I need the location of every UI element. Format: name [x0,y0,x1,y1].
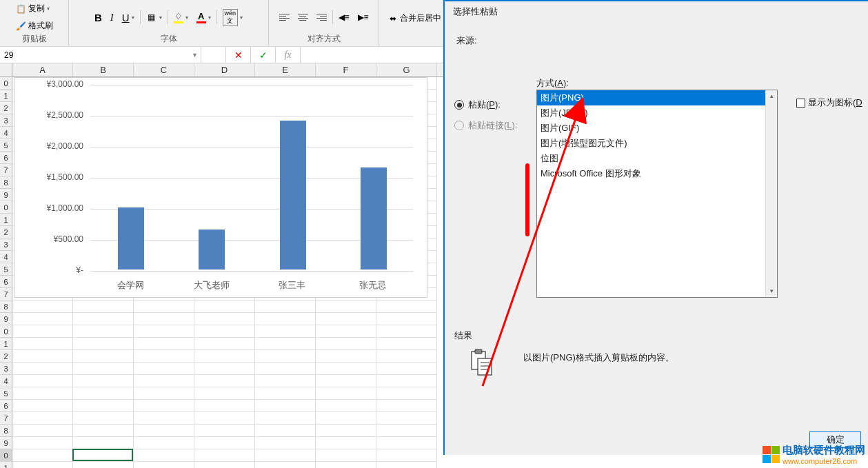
cell[interactable] [255,301,316,313]
column-header[interactable]: C [134,63,194,77]
chart-bar[interactable] [118,207,144,269]
cell[interactable] [376,462,437,468]
cell[interactable] [194,400,255,412]
listbox-option[interactable]: 图片(GIF) [537,121,777,136]
row-header[interactable]: 2 [0,226,12,238]
cell[interactable] [134,449,194,462]
listbox-option[interactable]: 位图 [537,151,777,166]
row-header[interactable]: 2 [0,350,12,363]
cell[interactable] [316,462,376,468]
cell[interactable] [255,400,316,412]
row-header[interactable]: 7 [0,164,12,176]
align-right-button[interactable] [314,12,330,23]
cell[interactable] [376,350,437,363]
row-header[interactable]: 2 [0,102,12,114]
cell[interactable] [376,375,437,387]
merge-center-button[interactable]: ⬌ 合并后居中 [385,11,444,26]
format-painter-button[interactable]: 🖌️ 格式刷 [13,19,56,33]
cell[interactable] [316,363,376,375]
cell[interactable] [134,350,194,363]
cell[interactable] [194,301,255,313]
italic-button[interactable]: I [108,10,117,25]
cell[interactable] [12,449,73,462]
row-header[interactable]: 8 [0,425,12,437]
cell[interactable] [73,400,134,412]
cell[interactable] [376,449,437,462]
row-header[interactable]: 1 [0,90,12,102]
row-header[interactable]: 1 [0,214,12,226]
column-header[interactable]: F [316,63,376,77]
cell[interactable] [12,437,73,449]
cell[interactable] [376,325,437,338]
row-header[interactable]: 9 [0,313,12,325]
listbox-option[interactable]: Microsoft Office 图形对象 [537,166,777,181]
cell[interactable] [255,375,316,387]
format-listbox[interactable]: 图片(PNG)图片(JPEG)图片(GIF)图片(增强型图元文件)位图Micro… [536,90,778,298]
cell[interactable] [255,350,316,363]
name-box[interactable]: 29 ▼ [0,47,201,63]
row-header[interactable]: 9 [0,189,12,201]
chart-bar[interactable] [199,230,225,270]
cell[interactable] [376,363,437,375]
row-header[interactable]: 0 [0,201,12,214]
underline-button[interactable]: U▾ [119,10,137,25]
paste-radio[interactable]: 粘贴(P): [454,99,518,111]
cell[interactable] [316,301,376,313]
cell[interactable] [134,313,194,325]
listbox-option[interactable]: 图片(PNG) [537,90,777,105]
row-header[interactable]: 0 [0,449,12,462]
cell[interactable] [134,387,194,400]
cell[interactable] [255,425,316,437]
row-header[interactable]: 6 [0,152,12,164]
cell[interactable] [134,325,194,338]
row-header[interactable]: 1 [0,462,12,468]
cell[interactable] [376,425,437,437]
cell[interactable] [194,437,255,449]
cell[interactable] [12,425,73,437]
cell[interactable] [73,363,134,375]
cell[interactable] [73,338,134,350]
cell[interactable] [12,462,73,468]
column-header[interactable]: E [255,63,316,77]
cell[interactable] [316,350,376,363]
chevron-down-icon[interactable]: ▼ [192,52,198,59]
cell[interactable] [73,462,134,468]
cell[interactable] [316,387,376,400]
cell[interactable] [194,412,255,425]
decrease-indent-button[interactable]: ◀≡ [336,10,352,24]
cell[interactable] [376,313,437,325]
show-as-icon-checkbox[interactable]: 显示为图标(D [796,96,862,109]
cell[interactable] [194,387,255,400]
cell[interactable] [316,325,376,338]
cell[interactable] [73,301,134,313]
column-header[interactable]: A [12,63,73,77]
cell[interactable] [316,437,376,449]
cell[interactable] [255,449,316,462]
cell[interactable] [194,375,255,387]
cell[interactable] [73,387,134,400]
cell[interactable] [255,325,316,338]
phonetic-button[interactable]: wén文 ▾ [220,8,246,28]
cell[interactable] [376,387,437,400]
row-header[interactable]: 3 [0,114,12,127]
cell[interactable] [194,338,255,350]
row-header[interactable]: 7 [0,288,12,301]
scroll-up-icon[interactable]: ▴ [766,90,777,102]
row-header[interactable]: 3 [0,363,12,375]
cell[interactable] [255,437,316,449]
row-header[interactable]: 1 [0,338,12,350]
cell[interactable] [194,425,255,437]
cell[interactable] [73,412,134,425]
row-header[interactable]: 9 [0,437,12,449]
cell[interactable] [134,375,194,387]
cell[interactable] [134,437,194,449]
row-header[interactable]: 5 [0,139,12,152]
cell[interactable] [134,400,194,412]
row-header[interactable]: 8 [0,176,12,189]
align-left-button[interactable] [276,12,292,23]
row-header[interactable]: 6 [0,400,12,412]
cell[interactable] [376,400,437,412]
cell[interactable] [255,412,316,425]
cancel-button[interactable]: ✕ [226,47,251,63]
paste-button[interactable]: 📋 复制 ▾ [13,1,52,16]
